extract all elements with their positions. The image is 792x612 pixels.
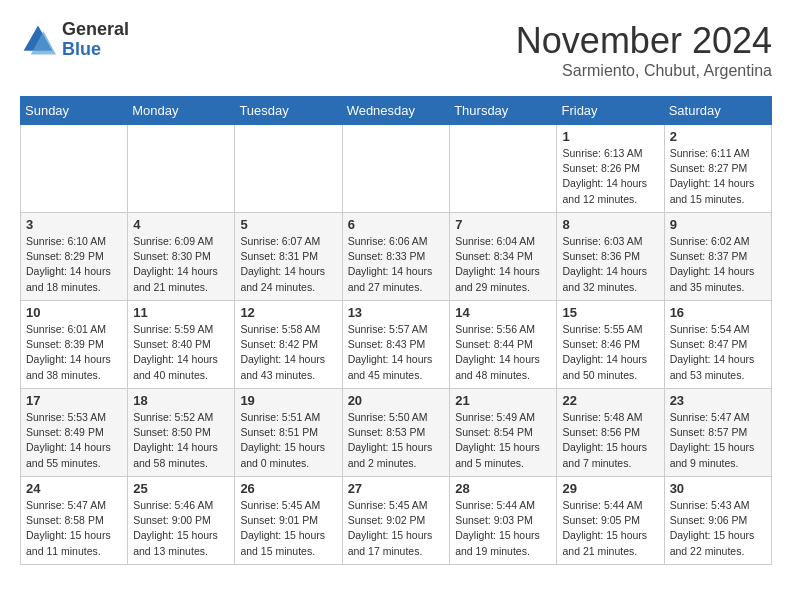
day-info: Sunrise: 5:53 AM Sunset: 8:49 PM Dayligh… (26, 410, 122, 471)
logo-text: General Blue (62, 20, 129, 60)
day-number: 8 (562, 217, 658, 232)
calendar-cell: 10Sunrise: 6:01 AM Sunset: 8:39 PM Dayli… (21, 301, 128, 389)
calendar-cell (450, 125, 557, 213)
calendar-cell: 22Sunrise: 5:48 AM Sunset: 8:56 PM Dayli… (557, 389, 664, 477)
location: Sarmiento, Chubut, Argentina (516, 62, 772, 80)
day-info: Sunrise: 5:59 AM Sunset: 8:40 PM Dayligh… (133, 322, 229, 383)
day-number: 16 (670, 305, 766, 320)
day-info: Sunrise: 6:07 AM Sunset: 8:31 PM Dayligh… (240, 234, 336, 295)
day-number: 20 (348, 393, 445, 408)
calendar-cell: 25Sunrise: 5:46 AM Sunset: 9:00 PM Dayli… (128, 477, 235, 565)
day-number: 1 (562, 129, 658, 144)
day-number: 19 (240, 393, 336, 408)
calendar-cell: 13Sunrise: 5:57 AM Sunset: 8:43 PM Dayli… (342, 301, 450, 389)
calendar-day-header: Sunday (21, 97, 128, 125)
calendar-cell: 29Sunrise: 5:44 AM Sunset: 9:05 PM Dayli… (557, 477, 664, 565)
day-number: 28 (455, 481, 551, 496)
logo-icon (20, 22, 56, 58)
calendar-cell (21, 125, 128, 213)
day-info: Sunrise: 6:11 AM Sunset: 8:27 PM Dayligh… (670, 146, 766, 207)
calendar-day-header: Saturday (664, 97, 771, 125)
day-info: Sunrise: 5:48 AM Sunset: 8:56 PM Dayligh… (562, 410, 658, 471)
day-info: Sunrise: 5:47 AM Sunset: 8:58 PM Dayligh… (26, 498, 122, 559)
day-number: 17 (26, 393, 122, 408)
day-number: 2 (670, 129, 766, 144)
calendar-day-header: Tuesday (235, 97, 342, 125)
day-number: 25 (133, 481, 229, 496)
calendar-week-row: 1Sunrise: 6:13 AM Sunset: 8:26 PM Daylig… (21, 125, 772, 213)
calendar-table: SundayMondayTuesdayWednesdayThursdayFrid… (20, 96, 772, 565)
day-info: Sunrise: 6:13 AM Sunset: 8:26 PM Dayligh… (562, 146, 658, 207)
day-info: Sunrise: 5:43 AM Sunset: 9:06 PM Dayligh… (670, 498, 766, 559)
calendar-cell: 19Sunrise: 5:51 AM Sunset: 8:51 PM Dayli… (235, 389, 342, 477)
calendar-cell: 30Sunrise: 5:43 AM Sunset: 9:06 PM Dayli… (664, 477, 771, 565)
calendar-week-row: 17Sunrise: 5:53 AM Sunset: 8:49 PM Dayli… (21, 389, 772, 477)
day-info: Sunrise: 5:45 AM Sunset: 9:01 PM Dayligh… (240, 498, 336, 559)
day-info: Sunrise: 6:10 AM Sunset: 8:29 PM Dayligh… (26, 234, 122, 295)
page-header: General Blue November 2024 Sarmiento, Ch… (20, 20, 772, 80)
day-number: 29 (562, 481, 658, 496)
calendar-cell: 16Sunrise: 5:54 AM Sunset: 8:47 PM Dayli… (664, 301, 771, 389)
calendar-day-header: Thursday (450, 97, 557, 125)
day-info: Sunrise: 6:01 AM Sunset: 8:39 PM Dayligh… (26, 322, 122, 383)
day-info: Sunrise: 5:45 AM Sunset: 9:02 PM Dayligh… (348, 498, 445, 559)
calendar-cell: 5Sunrise: 6:07 AM Sunset: 8:31 PM Daylig… (235, 213, 342, 301)
calendar-cell (342, 125, 450, 213)
calendar-cell: 12Sunrise: 5:58 AM Sunset: 8:42 PM Dayli… (235, 301, 342, 389)
day-number: 15 (562, 305, 658, 320)
calendar-week-row: 10Sunrise: 6:01 AM Sunset: 8:39 PM Dayli… (21, 301, 772, 389)
day-info: Sunrise: 5:50 AM Sunset: 8:53 PM Dayligh… (348, 410, 445, 471)
calendar-cell: 8Sunrise: 6:03 AM Sunset: 8:36 PM Daylig… (557, 213, 664, 301)
calendar-cell: 20Sunrise: 5:50 AM Sunset: 8:53 PM Dayli… (342, 389, 450, 477)
calendar-cell: 21Sunrise: 5:49 AM Sunset: 8:54 PM Dayli… (450, 389, 557, 477)
calendar-cell: 17Sunrise: 5:53 AM Sunset: 8:49 PM Dayli… (21, 389, 128, 477)
calendar-cell: 26Sunrise: 5:45 AM Sunset: 9:01 PM Dayli… (235, 477, 342, 565)
day-info: Sunrise: 5:51 AM Sunset: 8:51 PM Dayligh… (240, 410, 336, 471)
calendar-cell: 15Sunrise: 5:55 AM Sunset: 8:46 PM Dayli… (557, 301, 664, 389)
day-number: 7 (455, 217, 551, 232)
day-info: Sunrise: 5:56 AM Sunset: 8:44 PM Dayligh… (455, 322, 551, 383)
title-block: November 2024 Sarmiento, Chubut, Argenti… (516, 20, 772, 80)
calendar-header-row: SundayMondayTuesdayWednesdayThursdayFrid… (21, 97, 772, 125)
day-number: 12 (240, 305, 336, 320)
day-number: 30 (670, 481, 766, 496)
day-number: 21 (455, 393, 551, 408)
day-number: 11 (133, 305, 229, 320)
calendar-cell: 6Sunrise: 6:06 AM Sunset: 8:33 PM Daylig… (342, 213, 450, 301)
day-info: Sunrise: 5:57 AM Sunset: 8:43 PM Dayligh… (348, 322, 445, 383)
calendar-cell: 24Sunrise: 5:47 AM Sunset: 8:58 PM Dayli… (21, 477, 128, 565)
day-info: Sunrise: 6:04 AM Sunset: 8:34 PM Dayligh… (455, 234, 551, 295)
calendar-cell (235, 125, 342, 213)
day-number: 26 (240, 481, 336, 496)
day-info: Sunrise: 5:54 AM Sunset: 8:47 PM Dayligh… (670, 322, 766, 383)
calendar-body: 1Sunrise: 6:13 AM Sunset: 8:26 PM Daylig… (21, 125, 772, 565)
day-number: 6 (348, 217, 445, 232)
day-info: Sunrise: 5:46 AM Sunset: 9:00 PM Dayligh… (133, 498, 229, 559)
calendar-cell: 9Sunrise: 6:02 AM Sunset: 8:37 PM Daylig… (664, 213, 771, 301)
calendar-cell: 2Sunrise: 6:11 AM Sunset: 8:27 PM Daylig… (664, 125, 771, 213)
day-info: Sunrise: 6:02 AM Sunset: 8:37 PM Dayligh… (670, 234, 766, 295)
calendar-cell: 1Sunrise: 6:13 AM Sunset: 8:26 PM Daylig… (557, 125, 664, 213)
day-info: Sunrise: 5:47 AM Sunset: 8:57 PM Dayligh… (670, 410, 766, 471)
day-info: Sunrise: 5:44 AM Sunset: 9:05 PM Dayligh… (562, 498, 658, 559)
day-number: 27 (348, 481, 445, 496)
day-info: Sunrise: 5:55 AM Sunset: 8:46 PM Dayligh… (562, 322, 658, 383)
day-info: Sunrise: 6:03 AM Sunset: 8:36 PM Dayligh… (562, 234, 658, 295)
day-number: 22 (562, 393, 658, 408)
calendar-cell: 11Sunrise: 5:59 AM Sunset: 8:40 PM Dayli… (128, 301, 235, 389)
day-number: 10 (26, 305, 122, 320)
logo: General Blue (20, 20, 129, 60)
day-info: Sunrise: 5:52 AM Sunset: 8:50 PM Dayligh… (133, 410, 229, 471)
day-info: Sunrise: 6:09 AM Sunset: 8:30 PM Dayligh… (133, 234, 229, 295)
calendar-cell: 14Sunrise: 5:56 AM Sunset: 8:44 PM Dayli… (450, 301, 557, 389)
day-info: Sunrise: 5:49 AM Sunset: 8:54 PM Dayligh… (455, 410, 551, 471)
calendar-day-header: Wednesday (342, 97, 450, 125)
calendar-day-header: Friday (557, 97, 664, 125)
day-number: 14 (455, 305, 551, 320)
calendar-week-row: 3Sunrise: 6:10 AM Sunset: 8:29 PM Daylig… (21, 213, 772, 301)
day-number: 24 (26, 481, 122, 496)
day-number: 18 (133, 393, 229, 408)
day-number: 4 (133, 217, 229, 232)
calendar-cell: 28Sunrise: 5:44 AM Sunset: 9:03 PM Dayli… (450, 477, 557, 565)
day-info: Sunrise: 5:58 AM Sunset: 8:42 PM Dayligh… (240, 322, 336, 383)
